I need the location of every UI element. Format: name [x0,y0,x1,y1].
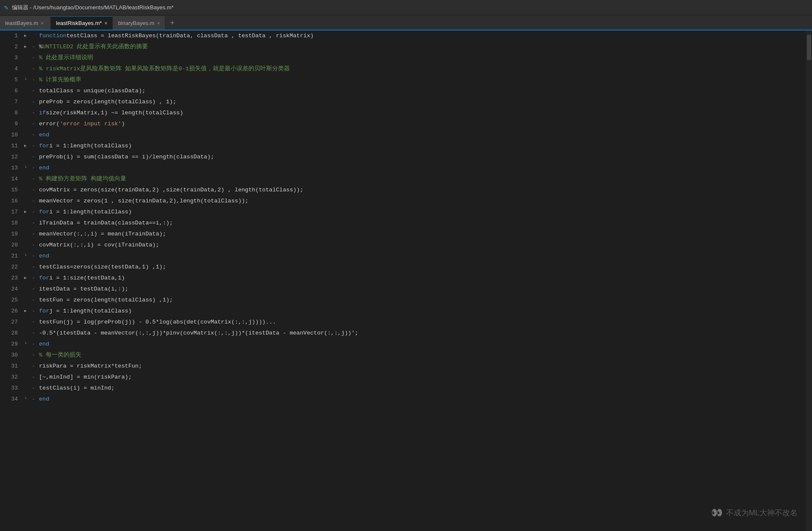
line-num-1: 1 [0,30,21,41]
title-bar: ✎ 编辑器 - /Users/huangtao/Documents/MATLAB… [0,0,812,15]
code-line-3: % 此处显示详细说明 [37,53,806,64]
code-line-32: [~,minInd] = min(riskPara); [37,372,806,383]
line-num-27: 27 [0,317,21,328]
gutter-17[interactable]: ▶ [21,207,30,218]
line-num-16: 16 [0,196,21,207]
line-num-28: 28 [0,328,21,339]
code-line-33: testClass(i) = minInd; [37,383,806,394]
tab-close-leastBayes[interactable]: × [41,20,44,26]
tab-leastRiskBayes[interactable]: leastRiskBayes.m* × [51,16,113,30]
dash-14: - [30,174,37,185]
dash-15: - [30,185,37,196]
line-num-29: 29 [0,339,21,350]
code-content[interactable]: function testClass = leastRiskBayes(trai… [37,30,806,531]
gutter-31 [21,361,30,372]
gutter-26[interactable]: ▶ [21,306,30,317]
watermark-text: 不成为ML大神不改名 [726,508,798,518]
scrollbar-thumb[interactable] [807,35,811,60]
gutter-25 [21,295,30,306]
line-num-15: 15 [0,185,21,196]
add-tab-button[interactable]: + [165,16,179,30]
line-num-12: 12 [0,152,21,163]
tab-close-binaryBayes[interactable]: × [157,20,160,26]
line-num-14: 14 [0,174,21,185]
code-line-30: % 每一类的损失 [37,350,806,361]
gutter-34: └ [21,394,30,405]
line-num-25: 25 [0,295,21,306]
line-num-33: 33 [0,383,21,394]
dash-16: - [30,196,37,207]
gutter-12 [21,152,30,163]
tab-binaryBayes[interactable]: binaryBayes.m × [113,16,165,30]
line-num-6: 6 [0,86,21,97]
dash-21: - [30,251,37,262]
gutter-32 [21,372,30,383]
gutter-2[interactable]: ▶ [21,41,30,53]
dash-29: - [30,339,37,350]
gutter-29: └ [21,339,30,350]
tab-label: binaryBayes.m [118,20,154,26]
tab-close-leastRiskBayes[interactable]: × [104,20,107,26]
tab-label: leastRiskBayes.m* [56,20,102,26]
line-num-24: 24 [0,284,21,295]
line-num-26: 26 [0,306,21,317]
code-line-17: for i = 1:length(totalClass) [37,207,806,218]
dash-25: - [30,295,37,306]
gutter-24 [21,284,30,295]
code-line-23: for i = 1:size(testData,1) [37,273,806,284]
gutter-6 [21,86,30,97]
gutter-20 [21,240,30,251]
dash-17: - [30,207,37,218]
dash-30: - [30,350,37,361]
dash-5: - [30,75,37,86]
dash-23: - [30,273,37,284]
gutter-14 [21,174,30,185]
code-line-13: end [37,163,806,174]
line-num-13: 13 [0,163,21,174]
line-num-22: 22 [0,262,21,273]
dash-4: - [30,64,37,75]
line-num-11: 11 [0,141,21,152]
gutter-19 [21,229,30,240]
line-num-34: 34 [0,394,21,405]
gutter-8 [21,108,30,119]
code-line-10: end [37,130,806,141]
code-line-4: % riskMatrix是风险系数矩阵 如果风险系数矩阵是0-1损失值，就是最小… [37,64,806,75]
gutter-23[interactable]: ▶ [21,273,30,284]
gutter-1[interactable]: ▶ [21,30,30,41]
editor-area: 1 2 3 4 5 6 7 8 9 10 11 12 13 14 15 16 1… [0,30,812,531]
code-line-21: end [37,251,806,262]
code-line-14: % 构建协方差矩阵 构建均值向量 [37,174,806,185]
dash-19: - [30,229,37,240]
gutter-18 [21,218,30,229]
gutter-33 [21,383,30,394]
gutter-30 [21,350,30,361]
gutter-11[interactable]: ▶ [21,141,30,152]
dash-7: - [30,97,37,108]
line-num-31: 31 [0,361,21,372]
dash-8: - [30,108,37,119]
tab-leastBayes[interactable]: leastBayes.m × [0,16,51,30]
code-line-19: meanVector(:,:,i) = mean(iTrainData); [37,229,806,240]
code-line-24: itestData = testData(i,:); [37,284,806,295]
dash-28: - [30,328,37,339]
code-line-26: for j = 1:length(totalClass) [37,306,806,317]
line-num-21: 21 [0,251,21,262]
line-num-8: 8 [0,108,21,119]
dash-2: - [30,41,37,53]
gutter-27 [21,317,30,328]
line-num-7: 7 [0,97,21,108]
code-line-1: function testClass = leastRiskBayes(trai… [37,30,806,41]
dash-11: - [30,141,37,152]
code-line-6: totalClass = unique(classData); [37,86,806,97]
gutter-5: └ [21,75,30,86]
code-line-5: % 计算先验概率 [37,75,806,86]
line-numbers: 1 2 3 4 5 6 7 8 9 10 11 12 13 14 15 16 1… [0,30,21,531]
gutter-7 [21,97,30,108]
vertical-scrollbar[interactable] [806,30,812,531]
dash-18: - [30,218,37,229]
watermark-icon: 👀 [711,507,723,518]
dash-6: - [30,86,37,97]
code-line-2: %UNTITLED2 此处显示有关此函数的摘要 [37,41,806,53]
code-line-11: for i = 1:length(totalClass) [37,141,806,152]
